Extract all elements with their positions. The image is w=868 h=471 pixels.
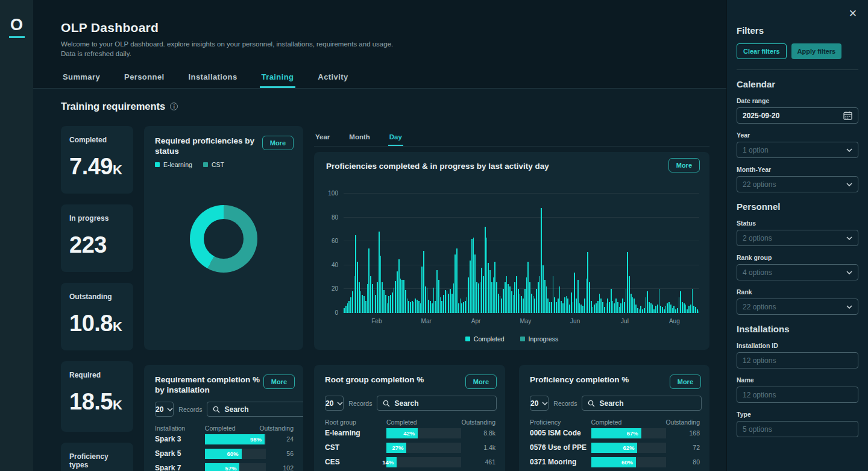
apply-filters-button[interactable]: Apply filters bbox=[791, 43, 842, 59]
bar bbox=[370, 276, 371, 313]
bar bbox=[554, 297, 555, 313]
bar bbox=[650, 303, 652, 313]
column-header-root-group: Root group bbox=[325, 419, 386, 426]
row-outstanding: 56 bbox=[266, 450, 294, 457]
tab-training[interactable]: Training bbox=[260, 68, 296, 88]
bar bbox=[509, 286, 511, 313]
row-name: CES bbox=[325, 458, 386, 466]
filter-field-year[interactable]: 1 option bbox=[737, 142, 858, 158]
bar bbox=[609, 302, 610, 313]
table-row: 0371 Mooring60%80 bbox=[519, 455, 709, 469]
info-icon[interactable]: i bbox=[170, 103, 178, 110]
bar bbox=[611, 289, 612, 313]
y-tick-label: 40 bbox=[320, 262, 338, 268]
row-outstanding: 168 bbox=[666, 429, 700, 437]
bar bbox=[597, 301, 599, 313]
bar-chart-plot: 020406080100 FebMarAprMayJunJulAug bbox=[344, 194, 699, 313]
bar bbox=[599, 294, 600, 313]
row-bar-cell: 60% bbox=[591, 457, 666, 467]
table-more-button[interactable]: More bbox=[670, 375, 701, 389]
search-box bbox=[582, 396, 702, 411]
bar bbox=[556, 302, 557, 313]
row-bar-cell: 60% bbox=[205, 449, 266, 459]
period-tabs: YearMonthDay bbox=[314, 130, 709, 147]
bar bbox=[631, 294, 632, 313]
bar-chart-title: Proficiencies completed & in progress by… bbox=[326, 162, 549, 171]
bar-chart-bars bbox=[344, 194, 699, 313]
bar bbox=[541, 208, 542, 313]
bar bbox=[363, 296, 365, 313]
search-input[interactable] bbox=[394, 399, 491, 408]
row-bar-cell: 98% bbox=[205, 434, 266, 444]
row-name: Spark 3 bbox=[155, 435, 205, 443]
filter-field-type[interactable]: 5 options bbox=[737, 421, 858, 437]
bar bbox=[379, 232, 380, 313]
page-size-select[interactable]: 20 bbox=[325, 396, 344, 411]
filter-field-date-range[interactable]: 2025-09-20 bbox=[737, 107, 858, 124]
records-label: Records bbox=[178, 406, 202, 413]
filter-field-status[interactable]: 2 options bbox=[737, 230, 858, 246]
row-bar-cell: 57% bbox=[205, 463, 266, 471]
tab-activity[interactable]: Activity bbox=[316, 68, 350, 88]
filter-field-rank-group[interactable]: 4 options bbox=[737, 264, 858, 280]
bar bbox=[626, 289, 627, 313]
filter-label-type: Type bbox=[737, 411, 858, 418]
bar bbox=[675, 309, 676, 313]
filter-value-month-year: 22 options bbox=[743, 180, 776, 189]
close-icon[interactable]: ✕ bbox=[849, 8, 857, 19]
x-tick-jun: Jun bbox=[570, 318, 580, 324]
donut-more-button[interactable]: More bbox=[262, 136, 294, 150]
page-subtitle: Welcome to your OLP dashboard. explore i… bbox=[61, 39, 393, 58]
bar bbox=[498, 294, 499, 313]
filter-field-rank[interactable]: 22 options bbox=[737, 299, 858, 315]
bar bbox=[400, 279, 401, 313]
app-logo[interactable]: O bbox=[9, 16, 25, 38]
bar bbox=[680, 291, 681, 313]
chevron-down-icon bbox=[846, 183, 852, 186]
bar bbox=[441, 301, 442, 313]
tab-installations[interactable]: Installations bbox=[187, 68, 239, 88]
bar bbox=[664, 309, 665, 313]
table-row: CES14%461 bbox=[314, 455, 505, 469]
donut-chart bbox=[190, 205, 257, 273]
bar bbox=[481, 268, 482, 313]
table-more-button[interactable]: More bbox=[465, 375, 497, 389]
filter-value-rank: 22 options bbox=[743, 303, 776, 311]
bar bbox=[375, 295, 376, 313]
filter-field-installation-id[interactable]: 12 options bbox=[737, 352, 858, 368]
bar bbox=[659, 289, 660, 313]
search-input[interactable] bbox=[599, 399, 696, 408]
table-more-button[interactable]: More bbox=[263, 375, 295, 389]
clear-filters-button[interactable]: Clear filters bbox=[737, 43, 787, 59]
bar bbox=[516, 276, 517, 313]
stat-label: Outstanding bbox=[69, 292, 125, 301]
bar bbox=[473, 238, 474, 313]
table-row: CST27%1.4k bbox=[314, 440, 505, 455]
filter-field-month-year[interactable]: 22 options bbox=[737, 176, 858, 192]
tab-personnel[interactable]: Personnel bbox=[122, 68, 166, 88]
page-size-select[interactable]: 20 bbox=[155, 402, 174, 417]
period-tab-day[interactable]: Day bbox=[388, 130, 403, 146]
bar bbox=[518, 289, 519, 313]
y-tick-label: 80 bbox=[320, 214, 338, 221]
tab-summary[interactable]: Summary bbox=[61, 68, 102, 88]
search-input[interactable] bbox=[224, 405, 303, 414]
stat-label: In progress bbox=[69, 214, 125, 223]
column-header-outstanding: Outstanding bbox=[665, 419, 700, 426]
bar bbox=[688, 306, 690, 313]
filter-field-name[interactable]: 12 options bbox=[737, 387, 858, 403]
bar bbox=[539, 276, 541, 313]
x-tick-mar: Mar bbox=[421, 318, 432, 324]
bar-chart-more-button[interactable]: More bbox=[668, 158, 700, 172]
period-tab-month[interactable]: Month bbox=[348, 130, 371, 146]
page-subtitle-line2: Data is refreshed daily. bbox=[61, 49, 393, 58]
bar bbox=[489, 270, 491, 313]
bar bbox=[410, 302, 411, 313]
period-tab-year[interactable]: Year bbox=[314, 130, 331, 146]
page-size-select[interactable]: 20 bbox=[530, 396, 549, 411]
bar bbox=[471, 239, 473, 313]
bar bbox=[398, 259, 400, 313]
row-name: Spark 7 bbox=[155, 464, 205, 471]
bar bbox=[432, 303, 433, 313]
bar bbox=[690, 305, 691, 313]
